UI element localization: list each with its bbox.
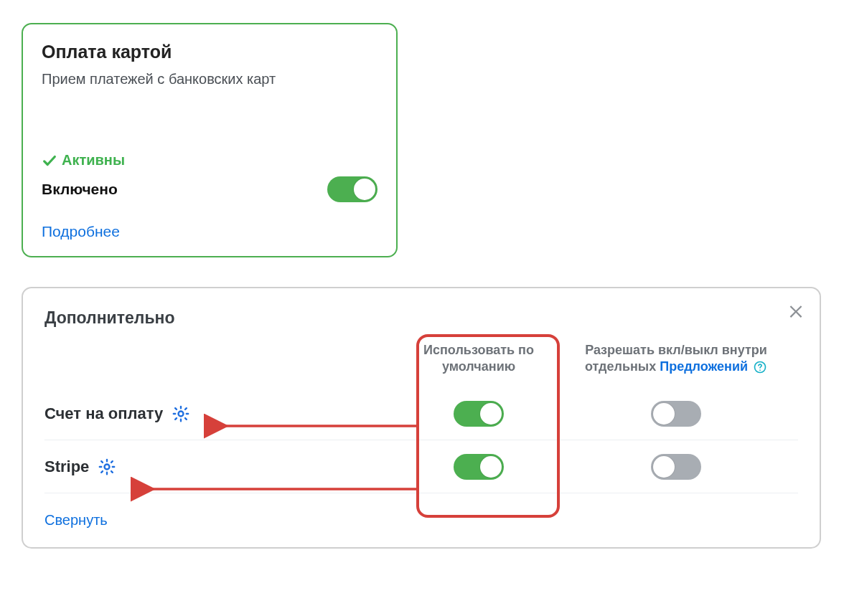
gear-icon[interactable] — [98, 458, 116, 476]
row-name: Stripe — [44, 458, 89, 476]
enabled-label: Включено — [42, 181, 118, 198]
svg-point-2 — [179, 411, 184, 416]
close-icon[interactable] — [787, 301, 805, 323]
toggle-default[interactable] — [454, 401, 504, 427]
toggle-allow[interactable] — [651, 401, 701, 427]
header-allow-link[interactable]: Предложений — [660, 359, 748, 374]
card-payment: Оплата картой Прием платежей с банковски… — [22, 23, 398, 257]
toggle-default[interactable] — [454, 454, 504, 480]
check-icon — [42, 153, 57, 169]
row-stripe: Stripe — [44, 440, 798, 493]
card-title: Оплата картой — [42, 42, 378, 62]
svg-point-1 — [759, 369, 761, 371]
toggle-allow[interactable] — [651, 454, 701, 480]
panel-additional: Дополнительно Использовать по умолчанию … — [22, 287, 821, 549]
help-icon[interactable] — [753, 360, 767, 374]
column-headers: Использовать по умолчанию Разрешать вкл/… — [44, 342, 798, 374]
more-link[interactable]: Подробнее — [42, 223, 120, 240]
enabled-toggle[interactable] — [327, 176, 378, 202]
svg-point-3 — [105, 464, 110, 469]
enabled-row: Включено — [42, 176, 378, 202]
collapse-link[interactable]: Свернуть — [44, 512, 108, 529]
header-allow: Разрешать вкл/выкл внутри отдельных Пред… — [554, 342, 798, 374]
row-name: Счет на оплату — [44, 404, 163, 423]
row-invoice: Счет на оплату — [44, 387, 798, 440]
status-text: Активны — [62, 152, 125, 169]
status-active: Активны — [42, 152, 125, 169]
gear-icon[interactable] — [172, 404, 190, 423]
card-description: Прием платежей с банковских карт — [42, 71, 378, 87]
panel-title: Дополнительно — [44, 308, 798, 328]
header-default: Использовать по умолчанию — [403, 342, 554, 374]
